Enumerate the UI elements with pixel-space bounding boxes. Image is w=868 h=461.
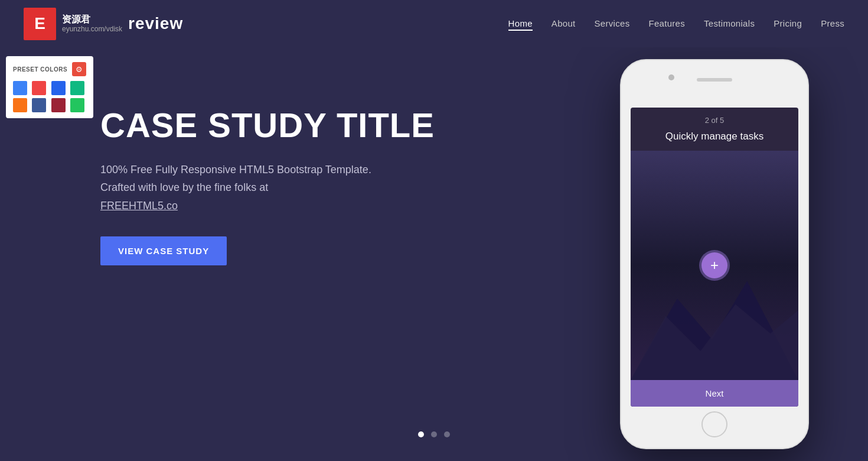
color-swatch-2[interactable] [51,81,66,95]
phone-speaker [697,78,732,82]
preset-gear-button[interactable]: ⚙ [72,62,86,76]
color-swatch-5[interactable] [32,98,46,112]
slider-dot-1[interactable] [418,431,424,437]
color-swatch-0[interactable] [13,81,27,95]
phone-screen-top: 2 of 5 [631,108,798,131]
site-name: 资源君 [62,14,122,25]
preset-label: PRESET COLORS [13,66,67,73]
fab-button[interactable]: + [699,250,730,281]
slider-dot-2[interactable] [431,431,437,437]
slider-dots [418,431,450,437]
phone-mockup: 2 of 5 Quickly manage tasks + Next [620,59,821,461]
svg-marker-1 [631,304,798,380]
nav-link-pricing[interactable]: Pricing [774,18,802,28]
phone-screen: 2 of 5 Quickly manage tasks + Next [631,108,798,407]
nav-link-services[interactable]: Services [595,18,630,28]
nav-item-about[interactable]: About [552,18,576,29]
site-url: eyunzhu.com/vdisk [62,25,122,33]
nav-item-features[interactable]: Features [648,18,685,29]
nav-item-home[interactable]: Home [508,18,533,29]
nav-link-testimonials[interactable]: Testimonials [704,18,755,28]
phone-screen-image: + [631,151,798,380]
hero-link[interactable]: FREEHTML5.co [100,200,178,212]
nav-item-testimonials[interactable]: Testimonials [704,18,755,29]
nav-links: Home About Services Features Testimonial… [508,18,844,29]
color-swatch-4[interactable] [13,98,27,112]
nav-link-home[interactable]: Home [508,18,533,31]
hero-section: CASE STUDY TITLE 100% Free Fully Respons… [0,47,868,461]
hero-content: CASE STUDY TITLE 100% Free Fully Respons… [100,83,435,265]
phone-home-button[interactable] [701,411,727,437]
logo-text: 资源君 eyunzhu.com/vdisk [62,14,122,34]
nav-link-features[interactable]: Features [648,18,685,28]
color-swatch-7[interactable] [70,98,84,112]
color-swatch-6[interactable] [51,98,66,112]
nav-link-press[interactable]: Press [821,18,844,28]
nav-item-pricing[interactable]: Pricing [774,18,802,29]
phone-outer: 2 of 5 Quickly manage tasks + Next [620,59,809,449]
fab-inner: + [701,252,727,278]
color-swatch-1[interactable] [32,81,46,95]
phone-next-button[interactable]: Next [631,380,798,407]
hero-title: CASE STUDY TITLE [100,106,435,144]
nav-item-press[interactable]: Press [821,18,844,29]
phone-camera [668,74,674,80]
brand-label: review [128,14,183,33]
phone-screen-title: Quickly manage tasks [631,131,798,151]
nav-link-about[interactable]: About [552,18,576,28]
preset-colors-panel: PRESET COLORS ⚙ [6,56,93,118]
nav-item-services[interactable]: Services [595,18,630,29]
slider-dot-3[interactable] [444,431,450,437]
preset-header: PRESET COLORS ⚙ [13,62,86,76]
color-swatch-3[interactable] [70,81,84,95]
view-case-study-button[interactable]: VIEW CASE STUDY [100,236,227,265]
navbar: E 资源君 eyunzhu.com/vdisk review Home Abou… [0,0,868,47]
hero-description: 100% Free Fully Responsive HTML5 Bootstr… [100,161,384,215]
logo-area: E 资源君 eyunzhu.com/vdisk review [24,8,183,40]
logo-icon: E [24,8,56,40]
color-grid [13,81,86,112]
